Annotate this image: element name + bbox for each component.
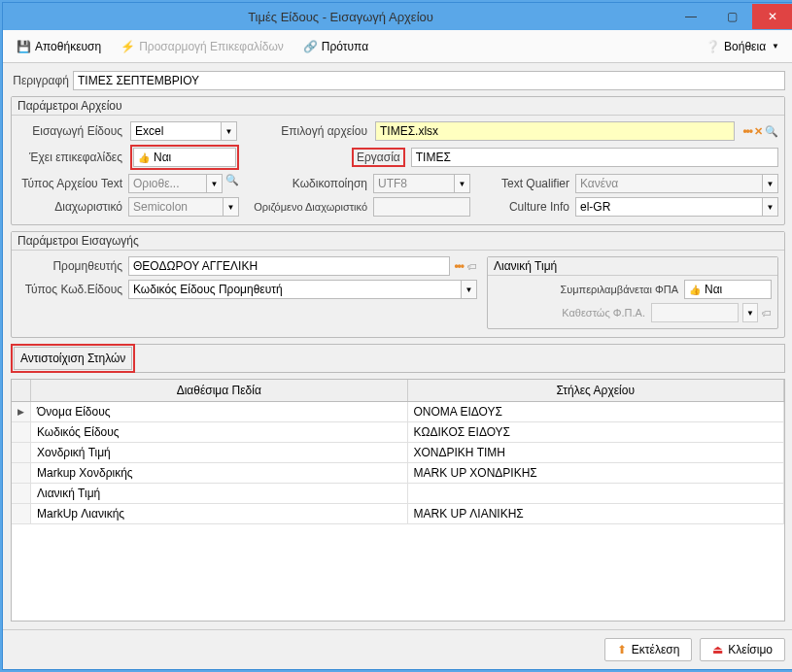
cell-file-col: MARK UP ΧΟΝΔΡΙΚΗΣ (408, 463, 785, 483)
file-params-title: Παράμετροι Αρχείου (12, 97, 784, 116)
vat-included-label: Συμπεριλαμβάνεται ΦΠΑ (494, 284, 680, 295)
table-body: ▶Όνομα ΕίδουςΟΝΟΜΑ ΕΙΔΟΥΣΚωδικός ΕίδουςΚ… (12, 402, 784, 524)
delimiter-input (128, 197, 224, 217)
row-marker (12, 484, 31, 503)
chevron-down-icon[interactable]: ▼ (462, 280, 477, 299)
highlight-has-headers: 👍 Ναι (130, 145, 239, 170)
thumb-up-icon: 👍 (138, 152, 150, 163)
description-label: Περιγραφή (11, 74, 69, 87)
cell-file-col: MARK UP ΛΙΑΝΙΚΗΣ (408, 504, 785, 523)
cell-field: Χονδρική Τιμή (31, 443, 408, 462)
description-input[interactable] (73, 71, 785, 90)
help-label: Βοήθεια (724, 40, 766, 53)
table-row[interactable]: MarkUp ΛιανικήςMARK UP ΛΙΑΝΙΚΗΣ (12, 504, 784, 524)
has-headers-value: Ναι (154, 151, 171, 164)
delimiter-label: Διαχωριστικό (17, 200, 124, 214)
chevron-down-icon[interactable]: ▼ (763, 197, 778, 217)
maximize-button[interactable]: ▢ (711, 4, 752, 29)
file-select-input[interactable] (375, 121, 735, 141)
save-icon: 💾 (17, 40, 31, 53)
has-headers-toggle[interactable]: 👍 Ναι (133, 148, 236, 167)
description-row: Περιγραφή (11, 71, 785, 90)
thumb-up-icon: 👍 (689, 285, 701, 295)
work-label: Εργασία (355, 151, 402, 164)
custom-delimiter-input (373, 197, 470, 217)
upload-icon: ⬆ (617, 643, 627, 656)
headers-adjust-button: ⚡ Προσαρμογή Επικεφαλίδων (115, 36, 290, 57)
titlebar: Τιμές Είδους - Εισαγωγή Αρχείου ― ▢ ✕ (3, 3, 792, 30)
help-button[interactable]: ❔ Βοήθεια ▼ (700, 36, 785, 57)
delimiter-combo[interactable]: ▼ (128, 197, 239, 217)
file-select-label: Επιλογή αρχείου (243, 124, 369, 138)
mapping-title: Αντιστοίχιση Στηλών (14, 347, 132, 370)
encoding-input (373, 174, 455, 193)
row-marker (12, 463, 31, 483)
culture-combo[interactable]: ▼ (575, 197, 778, 217)
execute-button[interactable]: ⬆ Εκτέλεση (604, 638, 693, 661)
cell-file-col: ΟΝΟΜΑ ΕΙΔΟΥΣ (408, 402, 785, 421)
row-marker (12, 443, 31, 462)
table-row[interactable]: Λιανική Τιμή (12, 484, 784, 504)
table-row[interactable]: Κωδικός ΕίδουςΚΩΔΙΚΟΣ ΕΙΔΟΥΣ (12, 422, 784, 443)
col-available: Διαθέσιμα Πεδία (31, 380, 408, 401)
cell-field: Λιανική Τιμή (31, 484, 408, 503)
toolbar: 💾 Αποθήκευση ⚡ Προσαρμογή Επικεφαλίδων 🔗… (3, 30, 792, 63)
work-input[interactable] (411, 148, 778, 167)
save-button[interactable]: 💾 Αποθήκευση (11, 36, 107, 57)
minimize-button[interactable]: ― (671, 4, 711, 29)
code-type-combo[interactable]: ▼ (128, 280, 477, 299)
close-label: Κλείσιμο (728, 643, 773, 656)
ellipsis-icon[interactable]: ••• (742, 124, 752, 138)
tag-icon[interactable]: 🏷 (467, 261, 477, 272)
close-button[interactable]: ✕ (752, 4, 792, 29)
chevron-down-icon[interactable]: ▼ (222, 121, 237, 141)
chevron-down-icon: ▼ (772, 42, 779, 50)
eject-icon: ⏏ (712, 643, 723, 656)
has-headers-label: Έχει επικεφαλίδες (17, 151, 124, 164)
cell-field: Markup Χονδρικής (31, 463, 408, 483)
table-row[interactable]: Markup ΧονδρικήςMARK UP ΧΟΝΔΡΙΚΗΣ (12, 463, 784, 484)
import-params-title: Παράμετροι Εισαγωγής (12, 232, 784, 251)
chevron-down-icon: ▼ (224, 197, 239, 217)
table-header: Διαθέσιμα Πεδία Στήλες Αρχείου (12, 380, 784, 402)
code-type-label: Τύπος Κωδ.Είδους (17, 283, 124, 296)
cell-file-col (408, 484, 785, 503)
tag-icon[interactable]: 🏷 (762, 308, 772, 319)
custom-delimiter-label: Οριζόμενο Διαχωριστικό (243, 201, 369, 213)
text-qualifier-combo[interactable]: ▼ (575, 174, 778, 193)
save-label: Αποθήκευση (35, 40, 101, 53)
text-type-label: Τύπος Αρχείου Text (17, 177, 124, 190)
chevron-down-icon: ▼ (763, 174, 778, 193)
table-row[interactable]: ▶Όνομα ΕίδουςΟΝΟΜΑ ΕΙΔΟΥΣ (12, 402, 784, 422)
clear-icon[interactable]: ✕ (754, 125, 763, 138)
import-type-combo[interactable]: ▼ (130, 121, 237, 141)
highlight-mapping-title: Αντιστοίχιση Στηλών (11, 344, 135, 373)
row-marker (12, 422, 31, 442)
culture-input[interactable] (575, 197, 763, 217)
row-marker (12, 504, 31, 523)
templates-button[interactable]: 🔗 Πρότυπα (297, 36, 374, 57)
templates-label: Πρότυπα (322, 40, 368, 53)
supplier-input[interactable] (128, 256, 450, 276)
text-type-combo[interactable]: ▼ (128, 174, 223, 193)
import-type-input[interactable] (130, 121, 222, 141)
vat-included-toggle[interactable]: 👍 Ναι (684, 280, 772, 299)
content: Περιγραφή Παράμετροι Αρχείου Εισαγωγή Εί… (3, 63, 792, 629)
text-qualifier-input (575, 174, 763, 193)
close-dialog-button[interactable]: ⏏ Κλείσιμο (700, 638, 785, 661)
chevron-down-icon: ▼ (742, 303, 758, 322)
encoding-combo[interactable]: ▼ (373, 174, 470, 193)
help-icon: ❔ (706, 40, 720, 53)
ellipsis-icon[interactable]: ••• (454, 259, 464, 273)
search-icon[interactable]: 🔍 (225, 174, 239, 193)
search-icon[interactable]: 🔍 (765, 125, 778, 138)
file-params-group: Παράμετροι Αρχείου Εισαγωγή Είδους ▼ Επι… (11, 96, 785, 225)
vat-status-label: Καθεστώς Φ.Π.Α. (494, 307, 647, 319)
retail-price-title: Λιανική Τιμή (488, 257, 777, 276)
col-file: Στήλες Αρχείου (408, 380, 785, 401)
vat-status-input (651, 303, 739, 322)
chevron-down-icon: ▼ (455, 174, 470, 193)
window-title: Τιμές Είδους - Εισαγωγή Αρχείου (11, 10, 671, 24)
code-type-input[interactable] (128, 280, 462, 299)
table-row[interactable]: Χονδρική ΤιμήΧΟΝΔΡΙΚΗ ΤΙΜΗ (12, 443, 784, 463)
